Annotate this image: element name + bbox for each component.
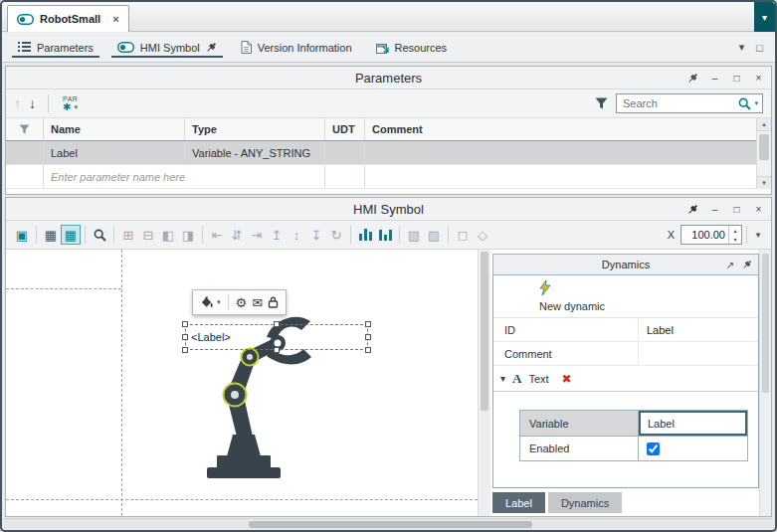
cell-type[interactable]: Variable - ANY_STRING <box>185 141 325 164</box>
column-header-comment[interactable]: Comment <box>365 118 756 140</box>
show-grid-icon[interactable]: ▦ <box>41 225 61 245</box>
group-icon[interactable]: ⊞ <box>118 225 138 245</box>
search-icon[interactable] <box>738 97 751 110</box>
layers-icon[interactable]: ▣ <box>12 225 32 245</box>
symbol-canvas[interactable]: ▾ ⚙ ✉ <Label> <box>6 250 478 516</box>
panel-vertical-scrollbar[interactable] <box>759 250 771 516</box>
filter-icon[interactable] <box>19 124 30 134</box>
distribute-vertical-icon[interactable] <box>375 225 395 245</box>
close-icon[interactable]: × <box>750 70 767 86</box>
selection-rect-icon[interactable]: ◻ <box>453 225 473 245</box>
step-down-icon[interactable]: ▾ <box>729 235 741 244</box>
envelope-icon[interactable]: ✉ <box>252 295 263 310</box>
chevron-down-icon[interactable]: ▾ <box>739 41 745 54</box>
selection-handle[interactable] <box>182 334 188 340</box>
snap-to-grid-icon[interactable]: ▦ <box>61 225 81 245</box>
selection-handle[interactable] <box>182 347 188 353</box>
restore-icon[interactable]: ↗ <box>723 257 737 272</box>
minimize-icon[interactable]: – <box>706 70 723 86</box>
fill-pattern-icon[interactable]: ▧ <box>404 225 424 245</box>
maximize-icon[interactable]: □ <box>756 42 763 54</box>
move-down-button[interactable]: ↓ <box>29 95 36 111</box>
minimize-icon[interactable]: – <box>706 201 723 217</box>
selection-shape-icon[interactable]: ◇ <box>473 225 492 245</box>
zoom-icon[interactable] <box>90 225 109 245</box>
toolbar-overflow-icon[interactable]: ▾ <box>751 225 765 245</box>
close-icon[interactable]: × <box>750 201 767 217</box>
tab-dynamics[interactable]: Dynamics <box>548 492 622 513</box>
x-coordinate-input[interactable] <box>681 226 728 244</box>
cell-udt[interactable] <box>325 141 365 164</box>
ungroup-icon[interactable]: ⊟ <box>138 225 158 245</box>
maximize-icon[interactable]: □ <box>728 70 745 86</box>
table-new-row[interactable]: Enter parameter name here <box>6 165 756 189</box>
align-left-icon[interactable]: ⇤ <box>207 225 227 245</box>
cell-comment[interactable] <box>365 141 756 164</box>
toolbar-separator <box>36 226 37 244</box>
scrollbar-thumb[interactable] <box>481 252 488 411</box>
column-header-name[interactable]: Name <box>44 118 185 140</box>
pin-icon[interactable] <box>740 257 754 272</box>
tab-hmi-symbol[interactable]: HMI Symbol <box>105 33 229 62</box>
scrollbar-thumb[interactable] <box>759 134 769 160</box>
column-header-udt[interactable]: UDT <box>325 118 365 140</box>
scrollbar-thumb[interactable] <box>249 521 532 528</box>
pin-icon[interactable] <box>206 42 217 53</box>
id-value[interactable]: Label <box>638 318 758 341</box>
stroke-pattern-icon[interactable]: ▨ <box>424 225 444 245</box>
table-row[interactable]: Label Variable - ANY_STRING <box>6 141 756 165</box>
column-header-type[interactable]: Type <box>185 118 325 140</box>
selection-handle[interactable] <box>274 347 280 353</box>
add-parameter-button[interactable]: PAR ✱ ▾ <box>63 95 78 112</box>
move-up-button[interactable]: ↑ <box>14 95 21 111</box>
collapse-panel-button[interactable]: ▾ <box>754 2 775 32</box>
scrollbar-thumb[interactable] <box>762 254 769 393</box>
send-to-back-icon[interactable]: ◨ <box>178 225 198 245</box>
pin-icon[interactable] <box>684 70 701 86</box>
pin-icon[interactable] <box>684 201 701 217</box>
align-bottom-icon[interactable]: ↧ <box>306 225 326 245</box>
comment-value[interactable] <box>638 342 758 365</box>
bring-to-front-icon[interactable]: ◧ <box>158 225 178 245</box>
variable-value[interactable]: Label <box>639 411 747 436</box>
settings-gear-icon[interactable]: ⚙ <box>236 295 248 310</box>
tab-parameters[interactable]: Parameters <box>6 33 105 62</box>
step-up-icon[interactable]: ▴ <box>729 226 741 235</box>
selected-label-object[interactable]: <Label> <box>185 324 368 350</box>
selection-handle[interactable] <box>365 334 371 340</box>
delete-dynamic-icon[interactable]: ✖ <box>562 372 572 386</box>
align-middle-icon[interactable]: ↕ <box>287 225 306 245</box>
document-tab-robotsmall[interactable]: RobotSmall × <box>7 5 129 32</box>
tab-version-information[interactable]: Version Information <box>229 33 364 62</box>
selection-handle[interactable] <box>365 347 371 353</box>
filter-icon[interactable] <box>595 97 608 109</box>
new-parameter-placeholder[interactable]: Enter parameter name here <box>44 165 325 188</box>
variable-value-cell[interactable]: Label <box>639 411 747 436</box>
tab-resources[interactable]: Resources <box>364 33 460 62</box>
scroll-down-icon[interactable]: ▾ <box>757 176 771 189</box>
lock-icon[interactable] <box>268 296 279 308</box>
selection-handle[interactable] <box>182 321 188 327</box>
search-input[interactable] <box>621 96 735 110</box>
align-top-icon[interactable]: ↥ <box>267 225 287 245</box>
horizontal-scrollbar[interactable] <box>5 518 772 529</box>
enabled-checkbox[interactable] <box>647 443 660 455</box>
align-right-icon[interactable]: ⇥ <box>247 225 267 245</box>
cell-name[interactable]: Label <box>44 141 185 164</box>
new-dynamic-button[interactable]: New dynamic <box>493 275 758 318</box>
rotate-icon[interactable]: ↻ <box>326 225 346 245</box>
close-tab-icon[interactable]: × <box>112 13 118 25</box>
chevron-down-icon[interactable]: ▾ <box>754 99 758 107</box>
canvas-vertical-scrollbar[interactable] <box>478 250 490 516</box>
collapse-section-icon[interactable]: ▾ <box>500 373 505 384</box>
table-vertical-scrollbar[interactable]: ▴ ▾ <box>756 118 771 189</box>
selection-handle[interactable] <box>365 321 371 327</box>
tab-label[interactable]: Label <box>492 492 545 513</box>
scroll-up-icon[interactable]: ▴ <box>757 118 771 131</box>
maximize-icon[interactable]: □ <box>728 201 745 217</box>
selection-handle[interactable] <box>274 321 280 327</box>
align-center-icon[interactable]: ⇵ <box>227 225 247 245</box>
chevron-down-icon[interactable]: ▾ <box>217 298 221 306</box>
fill-color-icon[interactable] <box>200 296 214 309</box>
distribute-horizontal-icon[interactable] <box>355 225 375 245</box>
